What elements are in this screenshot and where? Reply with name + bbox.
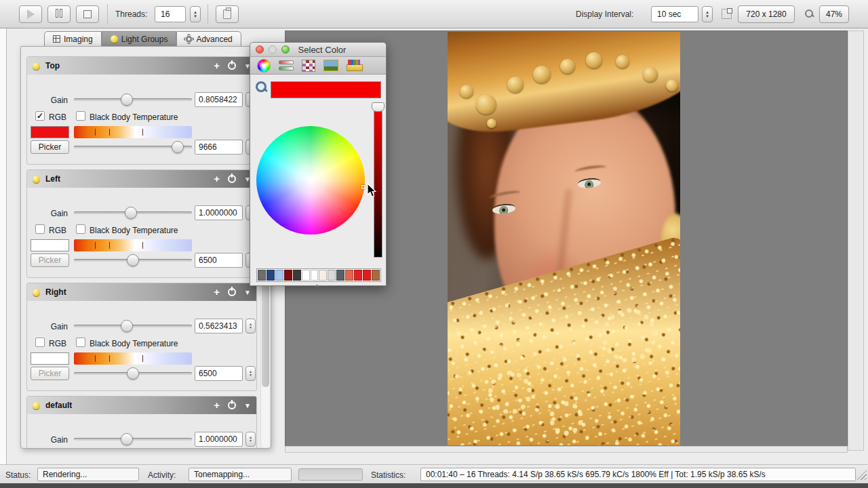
play-button[interactable] [19,5,42,23]
color-swatch[interactable] [372,270,380,281]
rgb-checkbox[interactable] [35,338,45,347]
chevron-down-icon[interactable]: ▼ [244,402,251,409]
display-interval-input[interactable]: 10 sec [651,6,698,22]
temperature-slider[interactable] [74,372,192,375]
gain-slider[interactable] [74,438,192,441]
bbt-checkbox[interactable] [76,338,85,347]
temperature-stepper[interactable]: ▲▼ [245,366,256,381]
rgb-checkbox[interactable] [35,224,45,234]
color-swatch[interactable] [284,270,292,281]
color-swatch[interactable] [319,270,327,281]
brightness-slider[interactable] [374,107,382,258]
power-toggle-icon[interactable] [228,401,236,409]
temperature-value-field[interactable]: 6500 [195,366,243,381]
gain-value-field[interactable]: 1.0000000 [195,205,243,220]
gain-slider-knob[interactable] [121,94,133,106]
group-header-default[interactable]: default + ▼ [27,396,256,414]
threads-input[interactable]: 16 [155,6,186,22]
gain-value-field[interactable]: 0.8058422 [195,92,243,107]
zoom-level-button[interactable]: 47% [819,5,849,23]
power-toggle-icon[interactable] [228,175,236,183]
sliders-mode-icon[interactable] [279,60,294,72]
gain-stepper[interactable]: ▲▼ [245,319,256,333]
tab-light-groups[interactable]: Light Groups [102,31,177,47]
threads-stepper[interactable]: ▲▼ [190,6,201,22]
color-swatch[interactable] [293,270,301,281]
palette-mode-icon[interactable] [302,60,315,72]
render-horizontal-scrollbar[interactable] [285,446,848,453]
temperature-slider-knob[interactable] [127,254,139,266]
color-swatch[interactable] [328,270,336,281]
picker-button[interactable]: Picker [31,140,69,154]
zoom-magnifier-icon[interactable] [804,9,814,18]
add-group-icon[interactable]: + [214,174,220,184]
temperature-slider[interactable] [74,259,192,262]
color-swatch[interactable] [275,270,283,281]
brightness-slider-knob[interactable] [372,102,384,112]
gain-slider[interactable] [74,325,192,327]
bbt-label: Black Body Temperature [90,226,178,235]
temperature-slider-knob[interactable] [127,367,139,380]
dialog-titlebar[interactable]: Select Color [250,43,386,57]
color-swatch[interactable] [311,270,319,281]
add-group-icon[interactable]: + [214,401,220,410]
resize-icon[interactable] [722,9,732,19]
temperature-slider-knob[interactable] [172,141,184,153]
rgb-checkbox[interactable]: ✓ [35,111,45,121]
pause-button[interactable] [47,5,71,23]
gain-stepper[interactable]: ▲▼ [245,432,256,447]
color-swatch[interactable] [31,239,69,251]
add-group-icon[interactable]: + [214,61,220,70]
group-header-right[interactable]: Right + ▼ [27,283,256,301]
color-swatch[interactable] [354,270,362,281]
color-wheel[interactable] [256,126,365,235]
temperature-value-field[interactable]: 6500 [195,253,243,268]
picker-button[interactable]: Picker [31,253,69,267]
tab-imaging[interactable]: Imaging [44,31,102,47]
minimize-icon[interactable] [269,45,277,54]
power-toggle-icon[interactable] [228,288,236,296]
color-swatch[interactable] [345,270,353,281]
stop-button[interactable] [76,5,99,23]
bbt-checkbox[interactable] [76,224,85,234]
picker-button[interactable]: Picker [31,367,69,380]
group-header-left[interactable]: Left + ▼ [27,170,256,188]
display-interval-stepper[interactable]: ▲▼ [702,6,713,22]
crayons-mode-icon[interactable] [347,60,361,71]
color-swatch[interactable] [258,270,266,281]
gain-value-field[interactable]: 1.0000000 [195,432,243,447]
color-swatch[interactable] [363,270,371,281]
resolution-button[interactable]: 488 x 868 [738,5,795,23]
gain-slider-knob[interactable] [125,207,137,219]
gain-slider-knob[interactable] [121,320,133,332]
gain-slider-knob[interactable] [121,433,133,445]
close-icon[interactable] [256,45,264,54]
gain-slider[interactable] [74,211,192,214]
group-header-top[interactable]: Top + ▼ [27,57,256,75]
color-wheel-selector[interactable] [361,185,366,189]
color-swatch[interactable] [336,270,344,281]
chevron-down-icon[interactable]: ▼ [244,289,251,296]
power-toggle-icon[interactable] [228,62,236,70]
color-swatch[interactable] [302,270,310,281]
zoom-window-icon[interactable] [281,45,290,54]
color-swatch[interactable] [31,352,69,365]
rendered-image [448,32,680,445]
copy-button[interactable] [216,5,239,23]
temperature-value-field[interactable]: 9666 [195,140,243,155]
color-wheel-mode-icon[interactable] [257,59,271,73]
gain-slider[interactable] [74,98,192,101]
blackbody-gradient-bar[interactable] [74,126,192,138]
bbt-checkbox[interactable] [76,111,85,121]
color-swatch[interactable] [267,270,275,281]
temperature-slider[interactable] [74,146,192,148]
tab-advanced[interactable]: Advanced [176,31,241,47]
gain-value-field[interactable]: 0.5623413 [195,319,243,333]
blackbody-gradient-bar[interactable] [74,352,192,365]
blackbody-gradient-bar[interactable] [74,239,192,251]
render-vertical-scrollbar[interactable] [848,30,864,451]
swatch-drawer-handle[interactable]: ▲ [315,283,319,287]
image-mode-icon[interactable] [323,60,338,71]
color-swatch[interactable] [31,126,69,138]
add-group-icon[interactable]: + [214,287,220,297]
